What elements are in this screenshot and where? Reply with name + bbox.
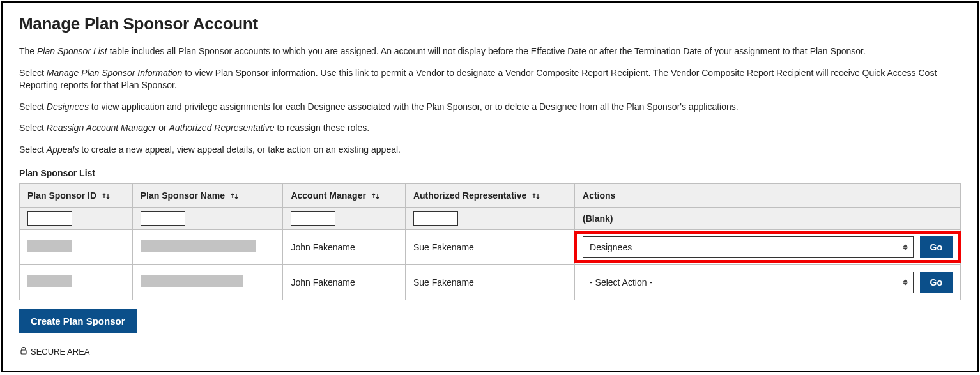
go-button[interactable]: Go [920,272,953,293]
intro-paragraph-3: Select Designees to view application and… [19,101,961,114]
page-title: Manage Plan Sponsor Account [19,14,961,34]
action-cell: - Select Action - Go [583,272,953,293]
action-select[interactable]: - Select Action - [583,272,914,293]
intro-paragraph-2: Select Manage Plan Sponsor Information t… [19,67,961,92]
svg-rect-0 [21,350,26,354]
col-header-actions: Actions [575,183,961,207]
cell-manager: John Fakename [283,229,405,264]
select-caret-icon [903,279,908,285]
intro-paragraph-5: Select Appeals to create a new appeal, v… [19,144,961,157]
col-header-name[interactable]: Plan Sponsor Name [132,183,283,207]
redacted-id [27,240,72,252]
filter-manager-input[interactable] [291,211,335,226]
redacted-name [141,240,256,252]
sort-icon [102,192,111,201]
sort-icon [371,192,380,201]
sort-icon [230,192,239,201]
go-button[interactable]: Go [920,236,953,258]
table-row: John Fakename Sue Fakename - Select Acti… [20,264,961,300]
table-filter-row: (Blank) [20,207,961,229]
intro-paragraph-1: The Plan Sponsor List table includes all… [19,45,961,58]
create-plan-sponsor-button[interactable]: Create Plan Sponsor [19,309,137,333]
filter-name-input[interactable] [141,211,185,226]
action-select[interactable]: Designees [583,236,914,258]
redacted-name [141,275,243,287]
plan-sponsor-table: Plan Sponsor ID Plan Sponsor Name Accoun… [19,183,961,300]
cell-rep: Sue Fakename [405,229,574,264]
table-title: Plan Sponsor List [19,168,961,178]
lock-icon [19,346,28,357]
col-header-manager[interactable]: Account Manager [283,183,405,207]
col-header-id[interactable]: Plan Sponsor ID [20,183,133,207]
cell-rep: Sue Fakename [405,264,574,300]
filter-id-input[interactable] [27,211,72,226]
intro-paragraph-4: Select Reassign Account Manager or Autho… [19,122,961,135]
action-cell-highlighted: Designees Go [583,236,953,258]
table-header-row: Plan Sponsor ID Plan Sponsor Name Accoun… [20,183,961,207]
cell-manager: John Fakename [283,264,405,300]
actions-blank-label: (Blank) [575,207,961,229]
table-row: John Fakename Sue Fakename Designees Go [20,229,961,264]
filter-rep-input[interactable] [413,211,458,226]
secure-area-label: SECURE AREA [19,346,961,357]
sort-icon [532,192,540,201]
redacted-id [27,275,72,287]
col-header-rep[interactable]: Authorized Representative [405,183,574,207]
select-caret-icon [903,244,908,250]
